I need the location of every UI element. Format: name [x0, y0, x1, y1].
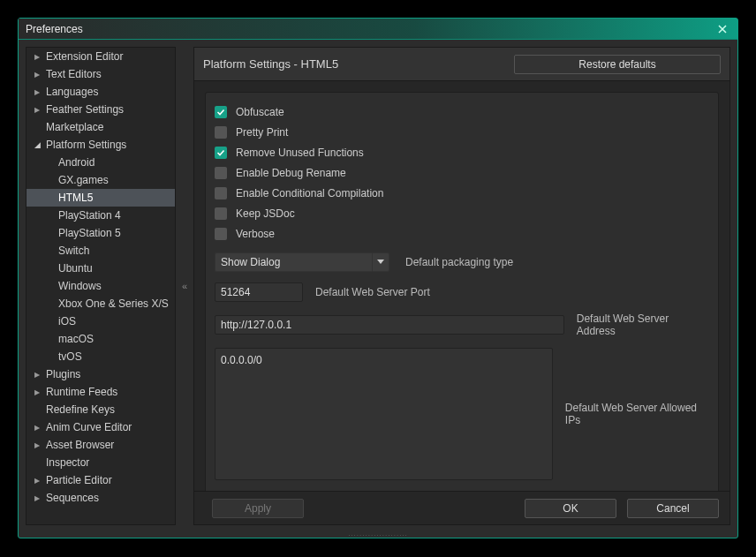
checkbox[interactable]: [215, 167, 227, 179]
tree-expand-icon[interactable]: ◢: [32, 140, 42, 149]
tree-item[interactable]: ▶Feather Settings: [26, 101, 175, 118]
resize-grip[interactable]: ·····················: [19, 532, 737, 538]
checkbox-row: Enable Debug Rename: [215, 162, 709, 183]
tree-item[interactable]: ▶Plugins: [26, 365, 175, 383]
checkbox[interactable]: [215, 207, 227, 220]
cancel-button[interactable]: Cancel: [627, 499, 719, 518]
tree-item-label: Anim Curve Editor: [46, 421, 132, 433]
web-server-address-row: Default Web Server Address: [215, 312, 709, 337]
tree-item[interactable]: ▶Runtime Feeds: [26, 383, 175, 401]
tree-collapse-icon[interactable]: ▶: [32, 53, 42, 61]
tree-item-label: Switch: [58, 245, 89, 257]
preferences-dialog: Preferences ▶Extension Editor▶Text Edito…: [18, 18, 738, 538]
panel-body: ObfuscatePretty PrintRemove Unused Funct…: [194, 81, 730, 491]
tree-item-label: Particle Editor: [46, 474, 112, 486]
packaging-type-dropdown-button[interactable]: [372, 252, 389, 272]
web-server-address-input[interactable]: [215, 315, 564, 335]
tree-item-label: Ubuntu: [58, 262, 93, 275]
close-button[interactable]: [714, 22, 730, 36]
tree-item[interactable]: ▶Particle Editor: [26, 471, 175, 489]
tree-item[interactable]: Inspector: [26, 454, 175, 471]
tree-item[interactable]: Android: [26, 154, 175, 171]
packaging-type-combo[interactable]: Show Dialog: [215, 252, 389, 272]
tree-item[interactable]: ▶Asset Browser: [26, 436, 175, 454]
tree-item-label: Languages: [46, 86, 98, 98]
tree-collapse-icon[interactable]: ▶: [32, 388, 42, 396]
tree-item[interactable]: ▶Text Editors: [26, 65, 175, 83]
checkbox[interactable]: [215, 126, 227, 139]
tree-item[interactable]: PlayStation 4: [26, 207, 175, 224]
checkbox[interactable]: [215, 106, 227, 118]
tree-item-label: Plugins: [46, 368, 80, 380]
tree-item[interactable]: ◢Platform Settings: [26, 136, 175, 154]
checkbox-label: Obfuscate: [236, 106, 284, 118]
tree-item-label: Android: [58, 156, 94, 169]
web-server-address-label: Default Web Server Address: [577, 312, 709, 337]
tree-collapse-icon[interactable]: ▶: [32, 441, 42, 449]
tree-item[interactable]: ▶Sequences: [26, 489, 175, 507]
tree-collapse-icon[interactable]: ▶: [32, 477, 42, 485]
packaging-type-label: Default packaging type: [405, 256, 513, 268]
restore-defaults-button[interactable]: Restore defaults: [514, 55, 721, 74]
tree-item-label: macOS: [58, 333, 94, 345]
checkmark-icon: [216, 148, 225, 157]
tree-item[interactable]: tvOS: [26, 348, 175, 365]
web-server-port-row: Default Web Server Port: [215, 282, 709, 302]
tree-collapse-icon[interactable]: ▶: [32, 424, 42, 432]
tree-item-label: Redefine Keys: [46, 403, 115, 416]
tree-item[interactable]: Xbox One & Series X/S: [26, 295, 175, 312]
tree-collapse-icon[interactable]: ▶: [32, 106, 42, 114]
web-server-port-input[interactable]: [215, 282, 303, 302]
collapse-sidebar-handle[interactable]: «: [181, 47, 188, 525]
tree-item-label: Platform Settings: [46, 139, 126, 151]
tree-item-label: Sequences: [46, 492, 99, 504]
tree-item[interactable]: HTML5: [26, 189, 175, 207]
tree-collapse-icon[interactable]: ▶: [32, 71, 42, 79]
tree-item[interactable]: Switch: [26, 242, 175, 260]
packaging-type-value: Show Dialog: [215, 252, 372, 272]
checkbox-label: Enable Conditional Compilation: [236, 187, 383, 199]
tree-item[interactable]: Ubuntu: [26, 260, 175, 277]
tree-collapse-icon[interactable]: ▶: [32, 371, 42, 379]
checkbox-label: Verbose: [236, 228, 275, 240]
checkbox-row: Pretty Print: [215, 122, 709, 142]
tree-item-label: GX.games: [58, 174, 109, 186]
tree-item[interactable]: Marketplace: [26, 118, 175, 136]
tree-item-label: PlayStation 4: [58, 209, 121, 222]
dialog-body: ▶Extension Editor▶Text Editors▶Languages…: [19, 40, 737, 532]
allowed-ips-input[interactable]: [215, 348, 553, 480]
close-icon: [718, 25, 727, 34]
tree-item[interactable]: Windows: [26, 277, 175, 295]
tree-item-label: Xbox One & Series X/S: [58, 297, 169, 310]
tree-item[interactable]: macOS: [26, 330, 175, 348]
tree-item[interactable]: ▶Languages: [26, 83, 175, 101]
tree-item-label: Windows: [58, 280, 102, 292]
tree-item-label: Marketplace: [46, 121, 103, 133]
checkbox[interactable]: [215, 147, 227, 159]
web-server-port-label: Default Web Server Port: [315, 286, 430, 298]
html5-settings-group: ObfuscatePretty PrintRemove Unused Funct…: [205, 92, 719, 491]
packaging-type-row: Show Dialog Default packaging type: [215, 252, 709, 272]
tree-item-label: HTML5: [58, 192, 93, 204]
ok-button[interactable]: OK: [525, 499, 616, 518]
checkbox-label: Remove Unused Functions: [236, 147, 364, 159]
allowed-ips-label: Default Web Server Allowed IPs: [565, 402, 709, 426]
tree-item[interactable]: ▶Anim Curve Editor: [26, 418, 175, 436]
checkbox-row: Keep JSDoc: [215, 203, 709, 223]
tree-item[interactable]: ▶Extension Editor: [26, 48, 175, 65]
tree-collapse-icon[interactable]: ▶: [32, 494, 42, 502]
tree-item-label: Asset Browser: [46, 439, 114, 451]
apply-button[interactable]: Apply: [212, 499, 304, 518]
chevron-down-icon: [377, 260, 384, 265]
tree-item[interactable]: GX.games: [26, 171, 175, 189]
checkbox-label: Keep JSDoc: [236, 207, 295, 220]
tree-item[interactable]: Redefine Keys: [26, 401, 175, 418]
tree-item[interactable]: iOS: [26, 312, 175, 330]
checkbox[interactable]: [215, 187, 227, 199]
tree-collapse-icon[interactable]: ▶: [32, 88, 42, 96]
collapse-icon: «: [182, 281, 187, 291]
tree-item[interactable]: PlayStation 5: [26, 224, 175, 242]
category-tree[interactable]: ▶Extension Editor▶Text Editors▶Languages…: [26, 47, 176, 525]
checkbox[interactable]: [215, 228, 227, 240]
checkbox-row: Enable Conditional Compilation: [215, 183, 709, 203]
